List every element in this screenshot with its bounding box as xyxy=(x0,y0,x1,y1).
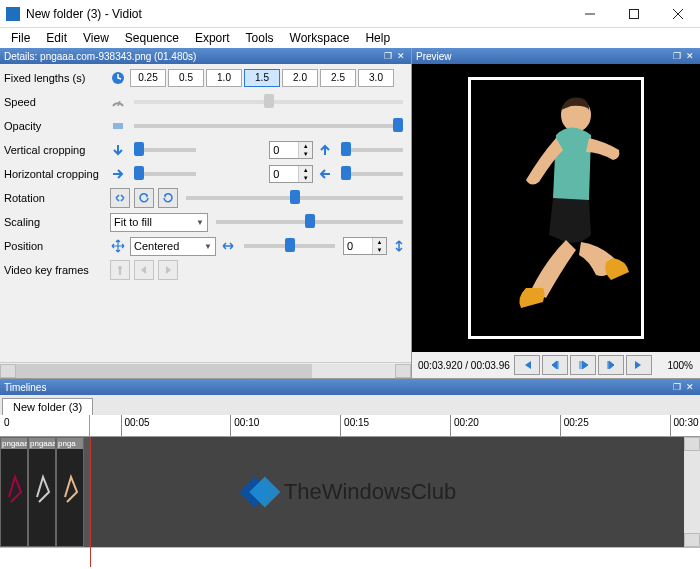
panel-restore-icon[interactable]: ❐ xyxy=(671,381,683,393)
scaling-value: Fit to fill xyxy=(114,216,152,228)
length-option-selected[interactable]: 1.5 xyxy=(244,69,280,87)
goto-end-button[interactable] xyxy=(626,355,652,375)
scroll-right-button[interactable] xyxy=(395,364,411,378)
menu-tools[interactable]: Tools xyxy=(239,29,281,47)
length-option[interactable]: 0.25 xyxy=(130,69,166,87)
step-fwd-button[interactable] xyxy=(598,355,624,375)
arrow-left-icon[interactable] xyxy=(317,166,333,182)
svg-rect-4 xyxy=(119,270,121,275)
menu-file[interactable]: File xyxy=(4,29,37,47)
scroll-left-button[interactable] xyxy=(0,364,16,378)
menu-sequence[interactable]: Sequence xyxy=(118,29,186,47)
audio-track[interactable] xyxy=(0,547,700,567)
length-option[interactable]: 2.0 xyxy=(282,69,318,87)
position-x-slider[interactable] xyxy=(244,244,335,248)
tick: 00:20 xyxy=(450,415,479,436)
play-button[interactable] xyxy=(570,355,596,375)
arrow-down-icon[interactable] xyxy=(110,142,126,158)
tick: 00:30 xyxy=(670,415,699,436)
hcrop-right-slider[interactable] xyxy=(341,172,403,176)
svg-rect-0 xyxy=(630,9,639,18)
vcrop-bottom-slider[interactable] xyxy=(341,148,403,152)
position-value: Centered xyxy=(134,240,179,252)
timeline-tracks[interactable]: pngaaa pngaaa pnga TheWindowsClub xyxy=(0,437,700,547)
hcrop-value[interactable] xyxy=(270,166,298,182)
preview-viewport xyxy=(412,64,700,352)
scaling-slider[interactable] xyxy=(216,220,403,224)
menu-help[interactable]: Help xyxy=(358,29,397,47)
panel-restore-icon[interactable]: ❐ xyxy=(382,50,394,62)
rotate-cw-button[interactable] xyxy=(158,188,178,208)
clip[interactable]: pnga xyxy=(56,437,84,547)
arrow-right-icon[interactable] xyxy=(110,166,126,182)
vcrop-value[interactable] xyxy=(270,142,298,158)
length-option[interactable]: 1.0 xyxy=(206,69,242,87)
keyframe-next-button[interactable] xyxy=(158,260,178,280)
menu-edit[interactable]: Edit xyxy=(39,29,74,47)
vcrop-top-slider[interactable] xyxy=(134,148,196,152)
rotate-reset-button[interactable] xyxy=(110,188,130,208)
position-combo[interactable]: Centered▼ xyxy=(130,237,216,256)
hcrop-left-slider[interactable] xyxy=(134,172,196,176)
arrow-up-icon[interactable] xyxy=(317,142,333,158)
scaling-combo[interactable]: Fit to fill▼ xyxy=(110,213,208,232)
timeline-vscroll[interactable] xyxy=(684,437,700,547)
timelines-header: Timelines xyxy=(4,382,46,393)
panel-close-icon[interactable]: ✕ xyxy=(395,50,407,62)
speed-label: Speed xyxy=(4,96,106,108)
scaling-label: Scaling xyxy=(4,216,106,228)
menu-view[interactable]: View xyxy=(76,29,116,47)
timeline-ruler[interactable]: 0 00:05 00:10 00:15 00:20 00:25 00:30 xyxy=(0,415,700,437)
ruler-zero: 0 xyxy=(4,417,10,428)
timeline-tab[interactable]: New folder (3) xyxy=(2,398,93,415)
keyframe-prev-button[interactable] xyxy=(134,260,154,280)
panel-close-icon[interactable]: ✕ xyxy=(684,50,696,62)
position-y-spinner[interactable]: ▲▼ xyxy=(343,237,387,255)
hcrop-spinner[interactable]: ▲▼ xyxy=(269,165,313,183)
gauge-icon xyxy=(110,94,126,110)
menu-workspace[interactable]: Workspace xyxy=(283,29,357,47)
minimize-button[interactable] xyxy=(568,0,612,28)
step-back-button[interactable] xyxy=(542,355,568,375)
clock-icon xyxy=(110,70,126,86)
goto-start-button[interactable] xyxy=(514,355,540,375)
details-panel: Details: pngaaa.com-938343.png (01.480s)… xyxy=(0,48,412,378)
panel-close-icon[interactable]: ✕ xyxy=(684,381,696,393)
runner-image xyxy=(471,80,641,336)
clip[interactable]: pngaaa xyxy=(28,437,56,547)
window-title: New folder (3) - Vidiot xyxy=(26,7,568,21)
keyframe-add-button[interactable] xyxy=(110,260,130,280)
timelines-panel: Timelines ❐ ✕ New folder (3) 0 00:05 00:… xyxy=(0,378,700,567)
rotate-ccw-button[interactable] xyxy=(134,188,154,208)
move-icon[interactable] xyxy=(110,238,126,254)
clip[interactable]: pngaaa xyxy=(0,437,28,547)
app-icon xyxy=(6,7,20,21)
preview-header: Preview xyxy=(416,51,452,62)
length-option[interactable]: 2.5 xyxy=(320,69,356,87)
position-label: Position xyxy=(4,240,106,252)
tick: 00:10 xyxy=(230,415,259,436)
watermark: TheWindowsClub xyxy=(244,475,456,509)
opacity-slider[interactable] xyxy=(134,124,403,128)
arrows-v-icon[interactable] xyxy=(391,238,407,254)
hcrop-label: Horizontal cropping xyxy=(4,168,106,180)
panel-restore-icon[interactable]: ❐ xyxy=(671,50,683,62)
vcrop-spinner[interactable]: ▲▼ xyxy=(269,141,313,159)
speed-slider[interactable] xyxy=(134,100,403,104)
svg-point-3 xyxy=(118,266,122,270)
preview-zoom[interactable]: 100% xyxy=(664,360,696,371)
tick: 00:15 xyxy=(340,415,369,436)
position-y-value[interactable] xyxy=(344,238,372,254)
menu-export[interactable]: Export xyxy=(188,29,237,47)
menu-bar: File Edit View Sequence Export Tools Wor… xyxy=(0,28,700,48)
playhead[interactable] xyxy=(90,437,91,567)
maximize-button[interactable] xyxy=(612,0,656,28)
details-hscroll[interactable] xyxy=(0,362,411,378)
length-option[interactable]: 0.5 xyxy=(168,69,204,87)
keyframes-label: Video key frames xyxy=(4,264,106,276)
rotation-slider[interactable] xyxy=(186,196,403,200)
close-button[interactable] xyxy=(656,0,700,28)
arrows-h-icon[interactable] xyxy=(220,238,236,254)
length-option[interactable]: 3.0 xyxy=(358,69,394,87)
opacity-label: Opacity xyxy=(4,120,106,132)
